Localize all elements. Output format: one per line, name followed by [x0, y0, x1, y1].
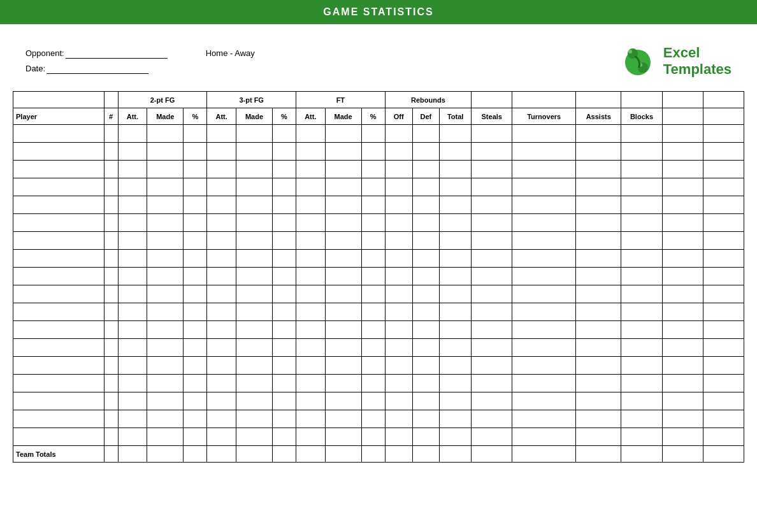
table-cell[interactable]: [385, 357, 412, 375]
table-cell[interactable]: [703, 178, 744, 196]
table-cell[interactable]: [13, 428, 105, 446]
table-cell[interactable]: [440, 410, 472, 428]
table-cell[interactable]: [118, 161, 147, 178]
table-cell[interactable]: [13, 375, 105, 392]
table-cell[interactable]: [472, 339, 512, 357]
table-cell[interactable]: [296, 214, 326, 232]
table-cell[interactable]: [118, 178, 147, 196]
table-cell[interactable]: [512, 357, 576, 375]
table-cell[interactable]: [385, 161, 412, 178]
table-cell[interactable]: [147, 321, 184, 339]
table-cell[interactable]: [662, 196, 703, 214]
table-cell[interactable]: [272, 268, 296, 285]
table-cell[interactable]: [412, 392, 440, 410]
table-cell[interactable]: [147, 178, 184, 196]
table-cell[interactable]: [512, 268, 576, 285]
table-cell[interactable]: [576, 178, 621, 196]
table-cell[interactable]: [440, 161, 472, 178]
table-cell[interactable]: [13, 232, 105, 250]
table-cell[interactable]: [512, 410, 576, 428]
table-cell[interactable]: [703, 143, 744, 161]
table-cell[interactable]: [576, 321, 621, 339]
table-cell[interactable]: [472, 321, 512, 339]
table-cell[interactable]: [207, 268, 236, 285]
table-cell[interactable]: [147, 125, 184, 143]
table-cell[interactable]: [104, 250, 118, 268]
table-cell[interactable]: [296, 125, 326, 143]
table-cell[interactable]: [576, 428, 621, 446]
table-cell[interactable]: [272, 428, 296, 446]
table-cell[interactable]: [440, 321, 472, 339]
table-cell[interactable]: [385, 196, 412, 214]
table-cell[interactable]: [412, 357, 440, 375]
table-cell[interactable]: [236, 125, 272, 143]
table-cell[interactable]: [703, 375, 744, 392]
table-cell[interactable]: [104, 214, 118, 232]
table-cell[interactable]: [412, 161, 440, 178]
table-cell[interactable]: [147, 339, 184, 357]
table-cell[interactable]: [325, 161, 361, 178]
table-cell[interactable]: [621, 285, 662, 303]
table-cell[interactable]: [576, 268, 621, 285]
table-cell[interactable]: [440, 392, 472, 410]
table-cell[interactable]: [412, 268, 440, 285]
table-cell[interactable]: [325, 375, 361, 392]
table-cell[interactable]: [207, 214, 236, 232]
table-cell[interactable]: [104, 321, 118, 339]
table-cell[interactable]: [385, 143, 412, 161]
table-cell[interactable]: [296, 428, 326, 446]
table-cell[interactable]: [576, 196, 621, 214]
table-cell[interactable]: [361, 125, 385, 143]
table-cell[interactable]: [412, 410, 440, 428]
table-cell[interactable]: [621, 357, 662, 375]
table-cell[interactable]: [662, 232, 703, 250]
table-cell[interactable]: [412, 250, 440, 268]
table-cell[interactable]: [472, 143, 512, 161]
table-cell[interactable]: [621, 250, 662, 268]
table-cell[interactable]: [662, 125, 703, 143]
table-cell[interactable]: [440, 214, 472, 232]
table-cell[interactable]: [13, 357, 105, 375]
table-cell[interactable]: [184, 410, 207, 428]
table-cell[interactable]: [576, 357, 621, 375]
table-cell[interactable]: [361, 392, 385, 410]
table-cell[interactable]: [361, 250, 385, 268]
table-cell[interactable]: [412, 428, 440, 446]
table-cell[interactable]: [104, 268, 118, 285]
table-cell[interactable]: [412, 339, 440, 357]
table-cell[interactable]: [147, 392, 184, 410]
table-cell[interactable]: [703, 285, 744, 303]
table-cell[interactable]: [296, 196, 326, 214]
table-cell[interactable]: [236, 196, 272, 214]
table-cell[interactable]: [296, 410, 326, 428]
table-cell[interactable]: [440, 428, 472, 446]
table-cell[interactable]: [325, 196, 361, 214]
table-cell[interactable]: [325, 143, 361, 161]
table-cell[interactable]: [272, 250, 296, 268]
table-cell[interactable]: [272, 161, 296, 178]
table-cell[interactable]: [236, 375, 272, 392]
table-cell[interactable]: [662, 357, 703, 375]
table-cell[interactable]: [662, 214, 703, 232]
table-cell[interactable]: [512, 232, 576, 250]
table-cell[interactable]: [361, 232, 385, 250]
table-cell[interactable]: [472, 161, 512, 178]
table-cell[interactable]: [236, 410, 272, 428]
table-cell[interactable]: [361, 285, 385, 303]
table-cell[interactable]: [296, 268, 326, 285]
table-cell[interactable]: [512, 392, 576, 410]
table-cell[interactable]: [361, 268, 385, 285]
table-cell[interactable]: [325, 214, 361, 232]
table-cell[interactable]: [440, 125, 472, 143]
table-cell[interactable]: [703, 196, 744, 214]
table-cell[interactable]: [512, 428, 576, 446]
table-cell[interactable]: [207, 178, 236, 196]
table-cell[interactable]: [662, 303, 703, 321]
table-cell[interactable]: [104, 178, 118, 196]
table-cell[interactable]: [118, 143, 147, 161]
table-cell[interactable]: [385, 303, 412, 321]
table-cell[interactable]: [440, 357, 472, 375]
table-cell[interactable]: [325, 178, 361, 196]
table-cell[interactable]: [662, 143, 703, 161]
table-cell[interactable]: [662, 250, 703, 268]
